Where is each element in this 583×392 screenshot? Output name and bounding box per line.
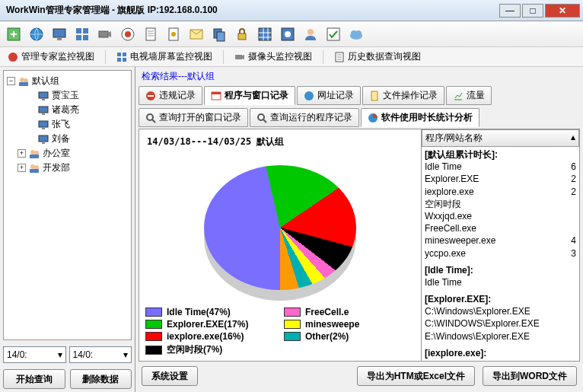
bottom-button-row: 系统设置 导出为HTM或Excel文件 导出到WORD文件	[139, 362, 580, 390]
close-button[interactable]: ✕	[545, 4, 580, 18]
chevron-down-icon: ▾	[58, 349, 62, 360]
toolbar-grid-icon[interactable]	[256, 25, 274, 43]
view-manage-label: 管理专家监控视图	[21, 50, 94, 63]
tab-file[interactable]: 文件操作记录	[362, 86, 444, 105]
program-list-header[interactable]: 程序/网站名称▴	[422, 129, 579, 147]
maximize-button[interactable]: □	[522, 4, 543, 18]
globe-icon	[304, 91, 314, 101]
toolbar-monitor-icon[interactable]	[50, 25, 68, 43]
toolbar-mail-icon[interactable]	[187, 25, 205, 43]
toolbar-config-icon[interactable]	[164, 25, 183, 43]
computer-icon	[37, 104, 49, 116]
swatch	[145, 332, 162, 341]
stop-icon	[145, 91, 156, 101]
svg-rect-37	[42, 99, 45, 100]
view-tvwall-icon	[116, 52, 127, 62]
toolbar-wall-icon[interactable]	[73, 25, 91, 43]
program-list-body[interactable]: [默认组累计时长]:Idle Time6Explorer.EXE2iexplor…	[422, 147, 579, 361]
view-camera-icon	[234, 52, 245, 62]
tab-traffic[interactable]: 流量	[446, 86, 492, 105]
main-toolbar	[0, 21, 583, 47]
legend-item: Idle Time(47%)	[145, 307, 273, 317]
subtab-usage-stats[interactable]: 软件使用时长统计分析	[361, 108, 479, 127]
list-item[interactable]: yccpo.exe3	[425, 247, 576, 260]
toolbar-globe-icon[interactable]	[27, 25, 46, 43]
view-history[interactable]: 历史数据查询视图	[331, 49, 424, 65]
toolbar-page-icon[interactable]	[142, 25, 160, 43]
export-htm-excel-button[interactable]: 导出为HTM或Excel文件	[357, 366, 475, 386]
legend-item: FreeCell.e	[284, 307, 412, 317]
minimize-button[interactable]: —	[499, 4, 521, 18]
svg-rect-38	[39, 107, 48, 113]
toolbar-check-icon[interactable]	[324, 25, 342, 43]
computer-icon	[37, 119, 49, 131]
svg-rect-17	[238, 33, 246, 40]
tree-user[interactable]: 张飞	[7, 117, 128, 132]
view-manage[interactable]: 管理专家监控视图	[5, 49, 97, 65]
svg-rect-28	[123, 53, 126, 56]
tab-violation[interactable]: 违规记录	[139, 86, 202, 105]
list-item[interactable]: Idle Time	[425, 276, 576, 288]
system-settings-button[interactable]: 系统设置	[142, 366, 198, 386]
list-item[interactable]: Idle Time6	[425, 161, 576, 173]
tab-program-window[interactable]: 程序与窗口记录	[204, 86, 295, 105]
svg-point-33	[20, 78, 24, 82]
list-item[interactable]: E:\Windows\Explorer.EXE	[425, 330, 576, 343]
sub-tabs: 查询打开的窗口记录 查询运行的程序记录 软件使用时长统计分析	[139, 107, 580, 129]
tree-user[interactable]: 诸葛亮	[7, 103, 128, 117]
toolbar-tool-icon[interactable]	[279, 25, 297, 43]
pie-holder	[142, 151, 418, 304]
expander-icon[interactable]: +	[18, 149, 26, 158]
expander-icon[interactable]: −	[7, 77, 15, 85]
date-from-select[interactable]: 14/0:▾	[3, 346, 66, 363]
list-item[interactable]: C:\Windows\Explorer.EXE	[425, 305, 576, 317]
legend-item: 空闲时段(7%)	[145, 343, 273, 356]
subtab-program-records[interactable]: 查询运行的程序记录	[250, 108, 359, 127]
start-query-button[interactable]: 开始查询	[3, 369, 65, 389]
chevron-down-icon: ▾	[123, 349, 128, 360]
svg-rect-46	[30, 155, 39, 158]
svg-point-25	[355, 30, 362, 37]
toolbar-record-icon[interactable]	[119, 25, 137, 43]
svg-rect-18	[259, 28, 271, 40]
tree-user[interactable]: 贾宝玉	[7, 88, 128, 103]
view-tvwall[interactable]: 电视墙屏幕监控视图	[113, 49, 215, 65]
subtab-window-records[interactable]: 查询打开的窗口记录	[139, 108, 248, 127]
list-item[interactable]: 空闲时段	[425, 198, 576, 210]
list-item[interactable]: iexplore.exe2	[425, 186, 576, 198]
search-icon	[256, 113, 267, 123]
list-item[interactable]: C:\WINDOWS\Explorer.EXE	[425, 317, 576, 330]
toolbar-new-icon[interactable]	[5, 25, 23, 43]
toolbar-camera-icon[interactable]	[96, 25, 114, 43]
computer-icon	[37, 90, 49, 102]
toolbar-cloud-icon[interactable]	[347, 25, 365, 43]
view-manage-icon	[8, 52, 18, 62]
group-tree[interactable]: − 默认组 贾宝玉 诸葛亮 张飞 刘备 +办公室 +开发部	[3, 70, 132, 340]
delete-data-button[interactable]: 删除数据	[70, 369, 132, 389]
tree-group[interactable]: +开发部	[7, 161, 128, 175]
expander-icon[interactable]: +	[18, 164, 26, 172]
toolbar-copy-icon[interactable]	[210, 25, 228, 43]
toolbar-lock-icon[interactable]	[233, 25, 251, 43]
tree-group[interactable]: +办公室	[7, 146, 128, 161]
svg-rect-11	[146, 28, 155, 40]
toolbar-user-icon[interactable]	[301, 25, 320, 43]
tab-url[interactable]: 网址记录	[297, 86, 361, 105]
export-word-button[interactable]: 导出到WORD文件	[483, 366, 577, 386]
pie-icon	[368, 113, 378, 123]
list-item[interactable]: FreeCell.exe	[425, 222, 576, 234]
list-item[interactable]: Wxxjqd.exe	[425, 210, 576, 222]
swatch	[145, 308, 162, 317]
scroll-up-icon[interactable]: ▴	[571, 132, 575, 145]
list-item[interactable]: minesweeper.exe4	[425, 234, 576, 247]
separator	[323, 50, 323, 64]
chart-legend: Idle Time(47%) FreeCell.e Explorer.EXE(1…	[142, 304, 418, 359]
svg-rect-30	[123, 58, 126, 62]
date-to-select[interactable]: 14/0:▾	[69, 346, 132, 363]
view-camera[interactable]: 摄像头监控视图	[231, 49, 315, 65]
tree-root[interactable]: − 默认组	[7, 74, 128, 88]
tree-user[interactable]: 刘备	[7, 132, 128, 146]
list-section-header: [默认组累计时长]:	[425, 148, 576, 161]
list-item[interactable]: Explorer.EXE2	[425, 173, 576, 185]
right-panel: 检索结果---默认组 违规记录 程序与窗口记录 网址记录 文件操作记录 流量 查…	[135, 67, 583, 392]
